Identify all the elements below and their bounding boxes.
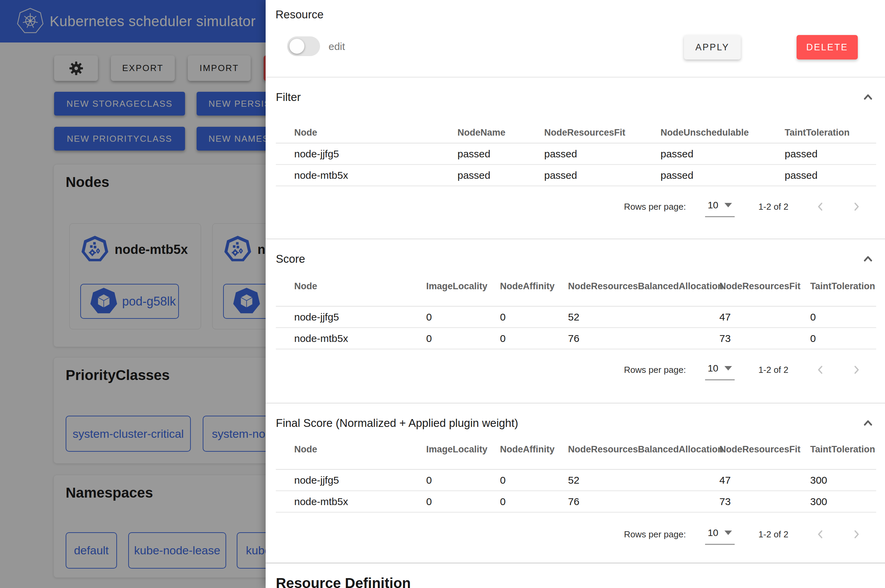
previous-page-button[interactable] (813, 199, 828, 214)
table-cell: 0 (500, 311, 568, 323)
table-cell: 47 (719, 311, 810, 323)
next-page-button[interactable] (849, 199, 864, 214)
column-header: NodeResourcesBalancedAllocation (568, 444, 719, 455)
table-cell: 76 (568, 333, 719, 344)
table-row: node-jjfg50052470 (276, 307, 876, 328)
table-row: node-mtb5x0076730 (276, 328, 876, 350)
rows-per-page-select[interactable]: 10 (705, 360, 735, 380)
rows-per-page-label: Rows per page: (624, 201, 686, 212)
table-cell: passed (785, 148, 876, 160)
chevron-left-icon (816, 530, 825, 539)
table-cell: 73 (719, 496, 810, 507)
column-header: NodeResourcesBalancedAllocation (568, 281, 719, 292)
column-header: NodeName (457, 128, 544, 138)
table-cell: 0 (426, 474, 500, 486)
table-cell: passed (785, 170, 876, 181)
rows-per-page-label: Rows per page: (624, 365, 686, 375)
pagination-range: 1-2 of 2 (759, 201, 789, 212)
pagination-range: 1-2 of 2 (759, 365, 789, 375)
column-header: NodeResourcesFit (719, 444, 810, 455)
score-pagination: Rows per page: 10 1-2 of 2 (276, 356, 876, 383)
table-row: node-mtb5xpassedpassedpassedpassed (276, 165, 876, 186)
edit-toggle[interactable] (287, 36, 320, 56)
drawer-header: Resource edit APPLY DELETE (266, 0, 885, 78)
filter-section: Filter NodeNodeNameNodeResourcesFitNodeU… (266, 78, 885, 238)
previous-page-button[interactable] (813, 527, 828, 542)
table-cell: 52 (568, 311, 719, 323)
delete-button[interactable]: DELETE (796, 35, 858, 60)
column-header: TaintToleration (810, 281, 876, 292)
drawer-title: Resource (275, 8, 323, 21)
table-cell: 76 (568, 496, 719, 507)
filter-section-title: Filter (276, 91, 301, 104)
score-table-header: NodeImageLocalityNodeAffinityNodeResourc… (276, 267, 876, 307)
table-row: node-jjfg5005247300 (276, 470, 876, 491)
final-score-table-body: node-jjfg5005247300node-mtb5x007673300 (276, 470, 876, 513)
filter-table-header: NodeNodeNameNodeResourcesFitNodeUnschedu… (276, 105, 876, 143)
table-row: node-mtb5x007673300 (276, 491, 876, 513)
dropdown-caret-icon (724, 366, 732, 370)
rows-per-page-label: Rows per page: (624, 529, 686, 540)
table-cell: passed (661, 170, 785, 181)
table-cell: node-mtb5x (276, 170, 457, 181)
column-header: Node (276, 128, 457, 138)
column-header: TaintToleration (785, 128, 876, 138)
chevron-left-icon (816, 202, 825, 212)
resource-definition-title: Resource Definition (276, 575, 885, 588)
table-cell: passed (661, 148, 785, 160)
table-cell: node-jjfg5 (276, 311, 426, 323)
final-score-section-title: Final Score (Normalized + Applied plugin… (276, 417, 518, 430)
score-section: Score NodeImageLocalityNodeAffinityNodeR… (266, 238, 885, 403)
chevron-right-icon (852, 365, 861, 375)
table-cell: 0 (426, 496, 500, 507)
column-header: ImageLocality (426, 281, 500, 292)
apply-button[interactable]: APPLY (684, 35, 741, 60)
chevron-left-icon (816, 365, 825, 375)
table-cell: passed (544, 170, 661, 181)
chevron-right-icon (852, 202, 861, 212)
score-section-title: Score (276, 252, 305, 266)
table-cell: node-mtb5x (276, 333, 426, 344)
column-header: Node (276, 444, 426, 455)
collapse-score-button[interactable] (861, 252, 876, 267)
table-row: node-jjfg5passedpassedpassedpassed (276, 143, 876, 165)
table-cell: 300 (810, 474, 876, 486)
next-page-button[interactable] (849, 527, 864, 542)
table-cell: passed (457, 148, 544, 160)
pagination-range: 1-2 of 2 (759, 529, 789, 540)
chevron-up-icon (862, 92, 873, 103)
table-cell: node-jjfg5 (276, 474, 426, 486)
edit-toggle-knob (290, 39, 304, 54)
next-page-button[interactable] (849, 362, 864, 377)
score-table-body: node-jjfg50052470node-mtb5x0076730 (276, 307, 876, 350)
column-header: ImageLocality (426, 444, 500, 455)
chevron-right-icon (852, 530, 861, 539)
column-header: NodeResourcesFit (719, 281, 810, 292)
filter-pagination: Rows per page: 10 1-2 of 2 (276, 193, 876, 220)
app: { "colors": { "primary": "#3e6ce5", "dan… (0, 0, 885, 588)
final-score-pagination: Rows per page: 10 1-2 of 2 (276, 521, 876, 548)
table-cell: 300 (810, 496, 876, 507)
table-cell: 0 (810, 311, 876, 323)
collapse-final-score-button[interactable] (861, 416, 876, 430)
table-cell: passed (544, 148, 661, 160)
collapse-filter-button[interactable] (861, 90, 876, 105)
previous-page-button[interactable] (813, 362, 828, 377)
column-header: NodeUnschedulable (661, 128, 785, 138)
final-score-table-header: NodeImageLocalityNodeAffinityNodeResourc… (276, 431, 876, 470)
table-cell: 52 (568, 474, 719, 486)
dropdown-caret-icon (724, 203, 732, 207)
table-cell: node-jjfg5 (276, 148, 457, 160)
dropdown-caret-icon (724, 531, 732, 535)
column-header: Node (276, 281, 426, 292)
chevron-up-icon (862, 418, 873, 429)
resource-drawer: Resource edit APPLY DELETE Filter NodeNo… (266, 0, 885, 588)
table-cell: passed (457, 170, 544, 181)
rows-per-page-select[interactable]: 10 (705, 196, 735, 217)
table-cell: node-mtb5x (276, 496, 426, 507)
rows-per-page-select[interactable]: 10 (705, 524, 735, 545)
table-cell: 73 (719, 333, 810, 344)
final-score-section: Final Score (Normalized + Applied plugin… (266, 403, 885, 564)
table-cell: 0 (426, 311, 500, 323)
table-cell: 0 (500, 333, 568, 344)
